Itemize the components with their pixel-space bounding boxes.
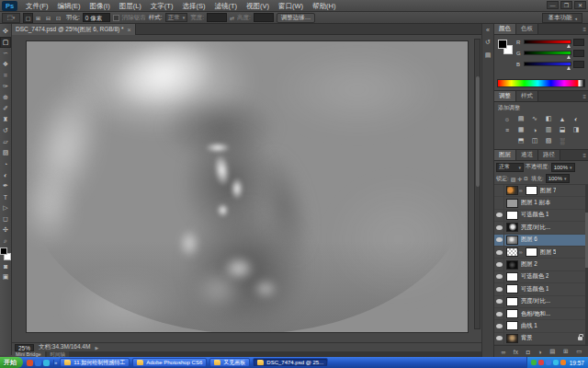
visibility-toggle[interactable] [495, 296, 504, 307]
layer-name[interactable]: 可选颜色 2 [521, 272, 548, 281]
adjustment-icon[interactable]: ⬓ [556, 124, 570, 135]
canvas-area[interactable] [12, 35, 481, 342]
tool-button[interactable]: ❖ [0, 59, 11, 70]
width-input[interactable] [207, 13, 227, 22]
start-button[interactable]: 开始 [0, 357, 23, 368]
adjustment-icon[interactable]: ◧ [542, 113, 556, 124]
feather-input[interactable]: 0 像素 [83, 13, 110, 22]
panel-tab[interactable]: 色板 [516, 24, 538, 34]
tool-button[interactable]: ↺ [0, 125, 11, 136]
tool-button[interactable]: ✜ [0, 26, 11, 37]
opacity-field[interactable]: 100%▾ [551, 163, 575, 172]
layers-action-icon[interactable]: ∞ [501, 349, 505, 355]
layer-row[interactable]: 可选颜色 1 [494, 283, 585, 295]
tool-button[interactable]: ✒ [0, 180, 11, 191]
tool-button[interactable]: ▷ [0, 202, 11, 213]
task-button[interactable]: Adobe Photoshop CS6 [132, 358, 207, 367]
blue-slider[interactable] [524, 62, 571, 66]
expand-panels-icon[interactable]: « [486, 27, 490, 33]
layer-name[interactable]: 图层 6 [521, 236, 537, 244]
layer-row[interactable]: 图层 6 [494, 235, 585, 247]
slider-knob[interactable] [567, 44, 571, 48]
tool-button[interactable]: ▱ [0, 136, 11, 147]
quick-launch-icon[interactable] [27, 360, 33, 366]
tray-icon[interactable] [560, 360, 566, 365]
layer-thumbnail[interactable] [506, 260, 518, 270]
lock-icon[interactable]: ▨ [511, 176, 516, 182]
color-spectrum-ramp[interactable] [497, 79, 585, 87]
menu-item[interactable]: 窗口(W) [274, 0, 308, 12]
quick-launch-icon[interactable] [35, 360, 41, 366]
tray-icon[interactable] [546, 360, 551, 365]
workspace-switcher[interactable]: 基本功能◂ [542, 13, 582, 23]
tool-button[interactable]: ⌗ [0, 70, 11, 81]
layer-row[interactable]: 曲线 1 [494, 320, 585, 332]
layer-name[interactable]: 可选颜色 1 [521, 285, 548, 293]
adjustment-icon[interactable]: ◫ [528, 135, 542, 146]
layer-name[interactable]: 图层 7 [540, 187, 557, 195]
menu-item[interactable]: 编辑(E) [53, 0, 85, 12]
layer-row[interactable]: 亮度/对比... [494, 222, 585, 234]
visibility-toggle[interactable] [495, 222, 504, 233]
selection-mode-button[interactable]: ⊞ [33, 13, 43, 23]
properties-panel-icon[interactable]: ▤ [485, 52, 492, 59]
selection-mode-button[interactable]: ⊟ [43, 13, 53, 23]
lock-icon[interactable]: ◘ [524, 176, 527, 182]
blend-mode-select[interactable]: 正常▾ [496, 163, 524, 172]
adjustment-icon[interactable]: ░ [556, 135, 570, 146]
layer-name[interactable]: 图层 2 [521, 260, 537, 269]
layer-row[interactable]: 色相/饱和... [494, 308, 585, 320]
slider-knob[interactable] [567, 55, 571, 59]
quick-launch-icon[interactable] [43, 360, 50, 366]
visibility-toggle[interactable] [495, 210, 504, 221]
adjustment-icon[interactable]: ⬒ [514, 135, 528, 146]
foreground-color-swatch[interactable] [0, 247, 7, 255]
task-button[interactable]: 11.如何绘制性感特工 [60, 358, 130, 367]
menu-item[interactable]: 滤镜(T) [209, 0, 242, 12]
panel-tab[interactable]: 通道 [516, 150, 538, 160]
adjustment-icon[interactable]: ◐ [570, 113, 583, 124]
layer-row[interactable]: ∞ 图层 7 [494, 185, 585, 197]
layers-action-icon[interactable]: ⊞ [563, 348, 568, 355]
zoom-level-field[interactable]: 25% [15, 344, 34, 351]
tool-button[interactable]: ∽ [0, 48, 11, 59]
layer-thumbnail[interactable] [506, 186, 518, 195]
adjustment-icon[interactable]: ▦ [514, 124, 528, 135]
layers-action-icon[interactable]: ▭ [576, 348, 582, 355]
red-slider[interactable] [524, 40, 571, 44]
menu-item[interactable]: 图层(L) [115, 0, 146, 12]
fill-field[interactable]: 100%▾ [546, 174, 570, 183]
scrollbar-thumb[interactable] [476, 76, 480, 187]
adjustment-icon[interactable]: ◨ [570, 124, 583, 135]
menu-item[interactable]: 文件(F) [21, 0, 53, 12]
layer-thumbnail[interactable] [506, 309, 518, 318]
tool-button[interactable]: ◐ [0, 169, 11, 180]
layer-thumbnail[interactable] [506, 321, 518, 330]
tool-button[interactable]: ▢ [0, 37, 11, 48]
layer-thumbnail[interactable] [506, 272, 518, 282]
selection-mode-button[interactable]: ▢ [23, 13, 33, 23]
panel-tab[interactable]: 图层 [494, 150, 516, 160]
panel-tab[interactable]: 调整 [494, 91, 516, 101]
layer-thumbnail[interactable] [506, 211, 518, 220]
lock-icon[interactable]: ✛ [517, 176, 522, 182]
layer-name[interactable]: 曲线 1 [521, 322, 537, 330]
layer-name[interactable]: 亮度/对比... [521, 297, 550, 305]
status-arrow-icon[interactable]: ▶ [95, 345, 98, 351]
antialias-checkbox[interactable] [113, 15, 119, 21]
layer-name[interactable]: 图层 1 副本 [521, 199, 550, 207]
canvas-image[interactable] [26, 40, 469, 333]
layer-thumbnail[interactable] [506, 297, 518, 306]
layers-action-icon[interactable]: ▤ [549, 348, 555, 355]
tool-preset-picker[interactable]: ⬚▾ [2, 13, 20, 23]
panel-menu-icon[interactable]: ≡ [582, 27, 586, 32]
adjustment-icon[interactable]: ☼ [501, 113, 514, 124]
layer-name[interactable]: 色相/饱和... [521, 310, 550, 318]
layer-row[interactable]: ∞ 图层 5 [494, 247, 585, 259]
document-tab[interactable]: DSC_7474.psd @ 25%(图层 6, RGB/8) * × [12, 24, 136, 35]
visibility-toggle[interactable] [495, 308, 504, 319]
visibility-toggle[interactable] [495, 283, 504, 294]
tab-close-icon[interactable]: × [128, 27, 131, 33]
panel-tab[interactable]: 样式 [516, 91, 538, 101]
swap-dimensions-icon[interactable]: ⇄ [230, 15, 234, 21]
